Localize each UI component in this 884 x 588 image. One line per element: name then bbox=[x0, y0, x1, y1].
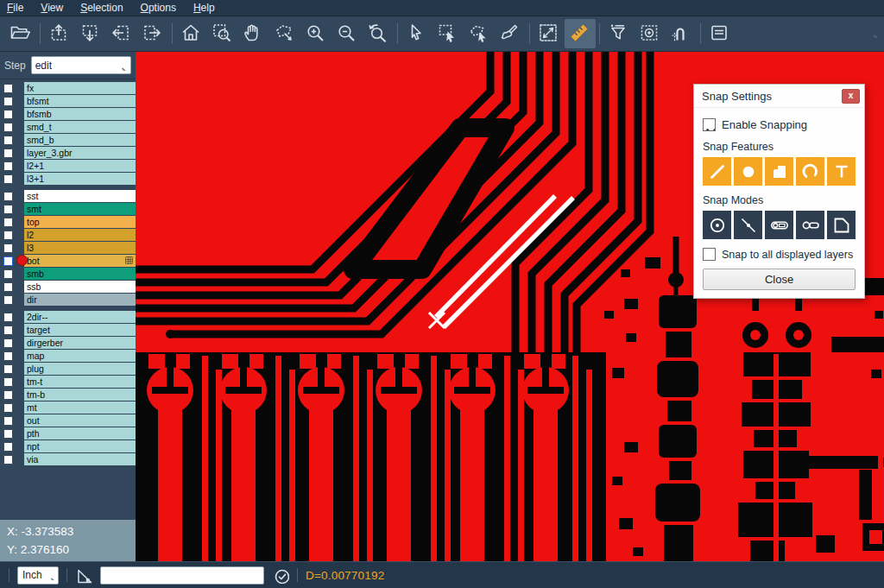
layer-name[interactable]: l3+1 bbox=[24, 173, 136, 185]
snap-mode-slot-b-button[interactable] bbox=[796, 211, 824, 239]
layer-visibility-checkbox[interactable] bbox=[3, 231, 13, 240]
layer-name[interactable]: mt bbox=[24, 401, 136, 414]
pan-hand-button[interactable] bbox=[238, 19, 269, 48]
layer-name[interactable]: ssb bbox=[24, 281, 136, 293]
layer-name[interactable]: l3 bbox=[24, 242, 136, 254]
snap-feature-text-button[interactable] bbox=[827, 157, 856, 186]
layer-row-2dir--[interactable]: 2dir-- bbox=[0, 311, 136, 323]
layer-visibility-checkbox[interactable] bbox=[3, 442, 13, 452]
layer-row-out[interactable]: out bbox=[0, 414, 136, 427]
layer-visibility-checkbox[interactable] bbox=[3, 97, 13, 106]
layer-visibility-checkbox[interactable] bbox=[3, 455, 13, 465]
select-arrow-button[interactable] bbox=[401, 19, 433, 48]
layer-visibility-checkbox[interactable] bbox=[3, 256, 13, 266]
layer-name[interactable]: smd_b bbox=[24, 134, 136, 146]
layer-row-bfsmt[interactable]: bfsmt bbox=[0, 95, 136, 107]
enable-snapping-row[interactable]: Enable Snapping bbox=[703, 118, 856, 131]
dialog-close-button[interactable]: x bbox=[842, 89, 860, 104]
layer-name[interactable]: via bbox=[24, 453, 136, 465]
dialog-titlebar[interactable]: Snap Settings x bbox=[694, 85, 864, 108]
layer-name[interactable]: 2dir-- bbox=[24, 311, 136, 323]
zoom-previous-button[interactable] bbox=[363, 19, 394, 48]
layer-row-l3[interactable]: l3 bbox=[0, 242, 136, 254]
view-filter-button[interactable] bbox=[635, 19, 666, 48]
layer-row-plug[interactable]: plug bbox=[0, 363, 136, 375]
menu-item-help[interactable]: Help bbox=[193, 2, 215, 14]
snap-feature-line-button[interactable] bbox=[703, 157, 731, 186]
layer-name[interactable]: plug bbox=[24, 363, 136, 375]
home-button[interactable] bbox=[176, 19, 207, 48]
measure-input[interactable] bbox=[100, 566, 264, 585]
layer-visibility-checkbox[interactable] bbox=[3, 403, 13, 413]
layer-visibility-checkbox[interactable] bbox=[3, 269, 13, 279]
select-polygon-button[interactable] bbox=[464, 19, 495, 48]
layer-visibility-checkbox[interactable] bbox=[3, 192, 13, 201]
layer-visibility-checkbox[interactable] bbox=[3, 313, 13, 322]
layer-name[interactable]: target bbox=[24, 324, 136, 336]
layer-visibility-checkbox[interactable] bbox=[3, 295, 13, 305]
layer-visibility-checkbox[interactable] bbox=[3, 282, 13, 292]
snap-all-layers-checkbox[interactable] bbox=[703, 248, 716, 261]
layer-name[interactable]: fx bbox=[24, 82, 136, 94]
layer-name[interactable]: smd_t bbox=[24, 121, 136, 133]
layer-visibility-checkbox[interactable] bbox=[3, 326, 13, 335]
filter-button[interactable] bbox=[603, 19, 635, 48]
layer-row-l2[interactable]: l2 bbox=[0, 229, 136, 241]
layer-name[interactable]: l2+1 bbox=[24, 160, 136, 172]
layer-visibility-checkbox[interactable] bbox=[3, 390, 13, 400]
select-brush-button[interactable] bbox=[495, 19, 526, 48]
menu-item-options[interactable]: Options bbox=[141, 2, 176, 14]
layer-visibility-checkbox[interactable] bbox=[3, 205, 13, 214]
layer-row-l3+1[interactable]: l3+1 bbox=[0, 173, 136, 185]
layer-row-via[interactable]: via bbox=[0, 453, 136, 465]
layer-visibility-checkbox[interactable] bbox=[3, 123, 13, 132]
zoom-window-button[interactable] bbox=[207, 19, 238, 48]
layer-row-smb[interactable]: smb bbox=[0, 268, 136, 280]
layer-visibility-checkbox[interactable] bbox=[3, 161, 13, 171]
layer-row-dir[interactable]: dir bbox=[0, 294, 136, 306]
zoom-out-button[interactable] bbox=[332, 19, 363, 48]
measure-distance-button[interactable] bbox=[534, 19, 565, 48]
layer-row-tm-t[interactable]: tm-t bbox=[0, 376, 136, 388]
layer-visibility-checkbox[interactable] bbox=[3, 351, 13, 361]
layer-row-target[interactable]: target bbox=[0, 324, 136, 336]
layer-row-smd_t[interactable]: smd_t bbox=[0, 121, 136, 133]
layer-row-bfsmb[interactable]: bfsmb bbox=[0, 108, 136, 120]
snap-all-layers-row[interactable]: Snap to all displayed layers bbox=[703, 248, 856, 261]
folder-open-button[interactable] bbox=[5, 19, 36, 48]
layer-visibility-checkbox[interactable] bbox=[3, 136, 13, 145]
snap-mode-line-point-button[interactable] bbox=[734, 211, 762, 239]
menu-item-selection[interactable]: Selection bbox=[80, 2, 123, 14]
layer-row-layer_3.gbr[interactable]: layer_3.gbr bbox=[0, 147, 136, 159]
toolbar-overflow-chevron[interactable] bbox=[868, 26, 879, 41]
layer-name[interactable]: bfsmt bbox=[24, 95, 136, 107]
layer-name[interactable]: smt bbox=[24, 203, 136, 215]
zoom-polygon-button[interactable] bbox=[269, 19, 300, 48]
layer-row-bot[interactable]: bot bbox=[0, 255, 136, 267]
report-button[interactable] bbox=[704, 19, 736, 48]
layer-name[interactable]: sst bbox=[24, 190, 136, 202]
snap-mode-polygon-button[interactable] bbox=[827, 211, 856, 239]
layer-name[interactable]: bot bbox=[24, 255, 136, 267]
layer-row-tm-b[interactable]: tm-b bbox=[0, 389, 136, 401]
snap-feature-pad-button[interactable] bbox=[734, 157, 762, 186]
menu-item-view[interactable]: View bbox=[41, 2, 63, 14]
snap-mode-center-button[interactable] bbox=[703, 211, 731, 239]
layer-visibility-checkbox[interactable] bbox=[3, 429, 13, 439]
pan-down-button[interactable] bbox=[75, 19, 106, 48]
layer-visibility-checkbox[interactable] bbox=[3, 149, 13, 158]
layer-row-sst[interactable]: sst bbox=[0, 190, 136, 202]
layer-row-top[interactable]: top bbox=[0, 216, 136, 228]
layer-name[interactable]: pth bbox=[24, 427, 136, 439]
layer-row-npt[interactable]: npt bbox=[0, 440, 136, 452]
layer-visibility-checkbox[interactable] bbox=[3, 110, 13, 119]
layer-visibility-checkbox[interactable] bbox=[3, 364, 13, 374]
grid-icon[interactable] bbox=[125, 256, 133, 266]
step-select[interactable]: edit bbox=[31, 56, 131, 74]
layer-visibility-checkbox[interactable] bbox=[3, 218, 13, 227]
layer-visibility-checkbox[interactable] bbox=[3, 243, 13, 253]
layer-row-map[interactable]: map bbox=[0, 350, 136, 362]
layer-row-l2+1[interactable]: l2+1 bbox=[0, 160, 136, 172]
sync-check-icon[interactable] bbox=[272, 566, 289, 584]
pan-right-button[interactable] bbox=[137, 19, 168, 48]
